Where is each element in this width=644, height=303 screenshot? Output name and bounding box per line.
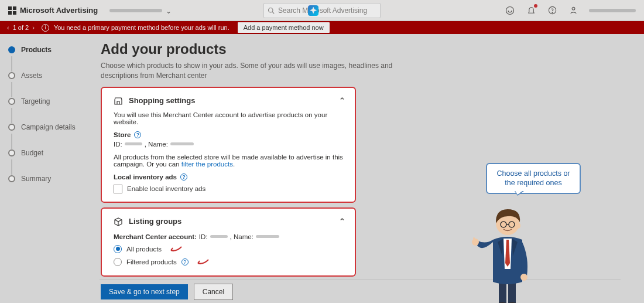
enable-lia-label: Enable local inventory ads: [127, 185, 205, 192]
alert-message: You need a primary payment method before…: [54, 24, 229, 31]
chevron-right-icon[interactable]: ›: [32, 24, 35, 31]
save-next-button[interactable]: Save & go to next step: [101, 284, 188, 299]
listing-groups-card: Listing groups ⌃ Merchant Center account…: [101, 207, 356, 277]
listing-groups-header: Listing groups: [129, 217, 181, 226]
help-icon[interactable]: ?: [134, 131, 141, 138]
step-budget[interactable]: Budget: [8, 149, 91, 157]
store-icon: [114, 96, 123, 105]
search-icon: [268, 7, 275, 14]
annotation-arrow-icon: [197, 258, 210, 265]
store-meta: ID: , Name:: [114, 141, 343, 148]
step-products[interactable]: Products: [8, 46, 91, 54]
svg-point-15: [517, 223, 520, 229]
enable-lia-checkbox[interactable]: [114, 185, 122, 193]
opt-all-label: All products: [126, 246, 162, 253]
help-icon[interactable]: ?: [180, 173, 187, 181]
chevron-down-icon: ⌄: [166, 7, 172, 15]
svg-point-2: [506, 6, 514, 14]
svg-point-5: [572, 7, 575, 10]
svg-line-1: [272, 12, 274, 13]
page-subtitle: Choose which products to show in your ad…: [101, 61, 393, 81]
step-summary[interactable]: Summary: [8, 175, 91, 183]
microsoft-logo-icon: [8, 6, 16, 15]
filter-hint: All products from the selected store wil…: [114, 154, 343, 168]
svg-point-4: [552, 12, 553, 13]
alert-pager: 1 of 2: [13, 24, 29, 31]
brand-logo[interactable]: Microsoft Advertising: [8, 6, 98, 15]
copilot-icon[interactable]: [308, 5, 318, 16]
chevron-left-icon[interactable]: ‹: [7, 24, 9, 31]
svg-point-13: [520, 274, 527, 281]
help-icon[interactable]: [547, 5, 557, 16]
topbar: Microsoft Advertising ⌄ Search Microsoft…: [0, 0, 644, 21]
info-icon: i: [42, 24, 49, 32]
brand-text: Microsoft Advertising: [20, 6, 98, 15]
add-payment-button[interactable]: Add a payment method now: [238, 22, 330, 33]
step-assets[interactable]: Assets: [8, 72, 91, 80]
feedback-icon[interactable]: [505, 5, 515, 16]
global-search[interactable]: Search Microsoft Advertising: [263, 3, 381, 18]
page-title: Add your products: [101, 41, 621, 57]
help-icon[interactable]: ?: [181, 258, 189, 265]
radio-all-products[interactable]: [114, 245, 122, 253]
annotation-arrow-icon: [170, 245, 183, 253]
lia-label: Local inventory ads: [114, 173, 177, 181]
package-icon: [114, 217, 123, 226]
opt-filtered-label: Filtered products: [126, 258, 177, 265]
chevron-up-icon[interactable]: ⌃: [339, 96, 345, 105]
wizard-steps: Products Assets Targeting Campaign detai…: [0, 34, 100, 303]
search-placeholder: Search Microsoft Advertising: [278, 6, 367, 15]
filter-products-link[interactable]: filter the products: [181, 161, 233, 168]
chevron-up-icon[interactable]: ⌃: [339, 217, 345, 226]
svg-point-0: [269, 8, 273, 12]
speech-bubble: Choose all products or the required ones: [486, 163, 581, 194]
step-campaign-details[interactable]: Campaign details: [8, 123, 91, 131]
account-breadcrumb[interactable]: ⌄: [109, 9, 162, 12]
notifications-icon[interactable]: [526, 5, 536, 16]
shopping-settings-header: Shopping settings: [129, 96, 195, 105]
mca-label: Merchant Center account:: [114, 233, 197, 240]
shopping-desc: You will use this Merchant Center accoun…: [114, 111, 343, 125]
step-targeting[interactable]: Targeting: [8, 97, 91, 105]
store-label: Store: [114, 131, 131, 138]
alert-banner: ‹ 1 of 2 › i You need a primary payment …: [0, 21, 644, 34]
coach-avatar: [468, 199, 544, 303]
shopping-settings-card: Shopping settings ⌃ You will use this Me…: [101, 87, 356, 203]
person-icon[interactable]: [568, 5, 578, 16]
account-name[interactable]: [589, 9, 636, 12]
cancel-button[interactable]: Cancel: [194, 284, 233, 300]
radio-filtered-products[interactable]: [114, 258, 122, 266]
